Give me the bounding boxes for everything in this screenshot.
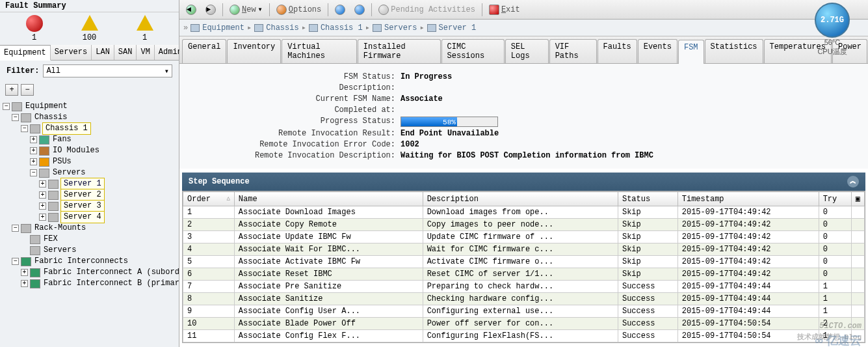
options-button[interactable]: Options (274, 3, 324, 16)
info-icon (354, 5, 365, 15)
table-row[interactable]: 4Associate Wait For IBMC...Wait for CIMC… (183, 243, 865, 256)
col-name[interactable]: Name (234, 192, 423, 206)
col-order[interactable]: Order△ (183, 192, 235, 206)
tree-fi-a[interactable]: +Fabric Interconnect A (subordinate) (1, 267, 178, 278)
separator (222, 3, 223, 16)
tab-equipment[interactable]: Equipment (0, 45, 51, 61)
help-button[interactable] (332, 3, 348, 16)
table-row[interactable]: 7Associate Pre SanitizePreparing to chec… (183, 281, 865, 293)
tree-rack-servers[interactable]: Servers (1, 245, 178, 256)
fsm-rid-label: Remote Invocation Description: (192, 151, 401, 160)
tree-psus[interactable]: +PSUs (1, 156, 178, 167)
fault-minor[interactable]: 1 (117, 15, 172, 42)
table-row[interactable]: 10Associate Blade Power OffPower off ser… (183, 318, 865, 330)
column-menu-button[interactable]: ▣ (851, 192, 864, 206)
step-table-wrap: Order△NameDescriptionStatusTimestampTry▣… (182, 191, 865, 343)
chassis-icon (21, 113, 31, 122)
tree-fex[interactable]: FEX (1, 234, 178, 245)
tree-fi-b[interactable]: +Fabric Interconnect B (primary) (1, 278, 178, 289)
collapse-all-button[interactable]: − (21, 84, 34, 96)
tree-chassis[interactable]: −Chassis (1, 112, 178, 123)
tab-cimc-sessions[interactable]: CIMC Sessions (441, 39, 505, 63)
options-icon (276, 5, 287, 15)
info-button[interactable] (352, 3, 367, 16)
tab-events[interactable]: Events (638, 39, 677, 63)
fi-icon (30, 279, 40, 288)
step-sequence-header[interactable]: Step Sequence ︽ (182, 173, 865, 191)
chevron-down-icon: ▾ (258, 5, 263, 14)
table-row[interactable]: 11Associate Config Flex F...Configuring … (183, 330, 865, 342)
tree-server-4[interactable]: +Server 4 (1, 212, 178, 223)
tree-server-3[interactable]: +Server 3 (1, 201, 178, 212)
tab-lan[interactable]: LAN (92, 45, 114, 60)
fault-major[interactable]: 100 (62, 15, 117, 42)
tree-server-1[interactable]: +Server 1 (1, 178, 178, 189)
tree-rack-mounts[interactable]: −Rack-Mounts (1, 223, 178, 234)
tab-servers[interactable]: Servers (51, 45, 92, 60)
exit-button[interactable]: Exit (486, 3, 523, 16)
collapse-icon[interactable]: ︽ (847, 176, 859, 187)
table-row[interactable]: 3Associate Update IBMC FwUpdate CIMC fir… (183, 231, 865, 243)
fsm-rid-value: Waiting for BIOS POST Completion informa… (401, 151, 653, 160)
tree-fans[interactable]: +Fans (1, 134, 178, 145)
tab-vif-paths[interactable]: VIF Paths (549, 39, 597, 63)
fan-icon (39, 135, 49, 145)
toggle-icon[interactable]: − (3, 103, 10, 110)
gauge-label: CPU温度 (803, 47, 861, 56)
gauge-temp: 56°C (803, 38, 861, 47)
breadcrumb-item[interactable]: Chassis (266, 23, 298, 33)
nav-back-button[interactable]: ◄ (183, 3, 199, 16)
col-status[interactable]: Status (618, 192, 677, 206)
fex-icon (30, 235, 40, 244)
table-row[interactable]: 2Associate Copy RemoteCopy images to pee… (183, 219, 865, 231)
tab-san[interactable]: SAN (114, 45, 137, 60)
new-button[interactable]: New ▾ (227, 3, 265, 16)
tab-installed-firmware[interactable]: Installed Firmware (358, 39, 441, 63)
right-panel: ◄ ► New ▾ Options Pending Activities Exi… (179, 0, 868, 347)
breadcrumb-item[interactable]: Equipment (202, 23, 244, 33)
fsm-name-label: Current FSM Name: (192, 94, 401, 104)
servers-icon (39, 169, 49, 178)
tree-io-modules[interactable]: +IO Modules (1, 145, 178, 156)
table-row[interactable]: 6Associate Reset IBMCReset CIMC of serve… (183, 268, 865, 281)
tree-root[interactable]: −Equipment (1, 101, 178, 112)
tab-statistics[interactable]: Statistics (705, 39, 763, 63)
col-description[interactable]: Description (423, 192, 618, 206)
fault-critical[interactable]: 1 (7, 15, 62, 42)
fsm-status-label: FSM Status: (192, 72, 401, 81)
tab-fsm[interactable]: FSM (678, 40, 704, 64)
table-row[interactable]: 5Associate Activate IBMC FwActivate CIMC… (183, 256, 865, 268)
fsm-desc-label: Description: (192, 83, 401, 92)
tree-server-2[interactable]: +Server 2 (1, 189, 178, 201)
equipment-icon (191, 24, 200, 32)
tab-inventory[interactable]: Inventory (227, 39, 281, 63)
tree-fabric-interconnects[interactable]: −Fabric Interconnects (1, 256, 178, 267)
col-timestamp[interactable]: Timestamp (677, 192, 819, 206)
rack-icon (21, 224, 31, 233)
col-try[interactable]: Try (819, 192, 851, 206)
tab-faults[interactable]: Faults (598, 39, 637, 63)
cpu-gauge: 2.71G 56°C CPU温度 (803, 3, 861, 56)
breadcrumb-item[interactable]: Chassis 1 (321, 23, 363, 33)
table-row[interactable]: 9Associate Config User A...Configuring e… (183, 305, 865, 318)
filter-select[interactable]: All▾ (43, 64, 172, 77)
tree-chassis-1[interactable]: −Chassis 1 (1, 123, 178, 134)
fsm-content: FSM Status:In Progress Description: Curr… (179, 64, 868, 169)
new-icon (230, 5, 240, 15)
back-icon: ◄ (186, 5, 196, 15)
chassis-icon (254, 24, 263, 32)
tab-sel-logs[interactable]: SEL Logs (505, 39, 549, 63)
tree-servers[interactable]: −Servers (1, 167, 178, 178)
breadcrumb-item[interactable]: Server 1 (439, 23, 477, 33)
breadcrumb-item[interactable]: Servers (384, 23, 417, 33)
table-row[interactable]: 1Associate Download ImagesDownload image… (183, 206, 865, 219)
nav-forward-button[interactable]: ► (203, 3, 218, 16)
fault-summary-title: Fault Summary (0, 0, 179, 12)
tab-general[interactable]: General (182, 39, 226, 63)
tab-virtual-machines[interactable]: Virtual Machines (282, 39, 357, 63)
tab-vm[interactable]: VM (137, 45, 154, 60)
table-row[interactable]: 8Associate SanitizeChecking hardware con… (183, 293, 865, 305)
expand-all-button[interactable]: + (5, 84, 18, 96)
pending-button: Pending Activities (376, 3, 478, 16)
forward-icon: ► (205, 5, 216, 15)
